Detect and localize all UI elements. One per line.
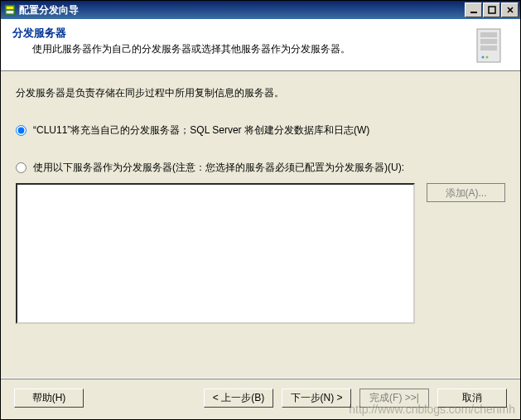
close-button[interactable] [501, 2, 519, 17]
minimize-button[interactable] [465, 2, 482, 17]
svg-rect-8 [480, 32, 497, 37]
header-text: 分发服务器 使用此服务器作为自己的分发服务器或选择其他服务器作为分发服务器。 [12, 26, 462, 56]
svg-rect-1 [7, 7, 14, 10]
page-title: 分发服务器 [12, 26, 462, 41]
option1-label[interactable]: “CLU11”将充当自己的分发服务器；SQL Server 将创建分发数据库和日… [33, 123, 369, 138]
maximize-button[interactable] [483, 2, 500, 17]
back-button[interactable]: < 上一步(B) [204, 389, 273, 408]
server-listbox[interactable] [16, 183, 415, 324]
svg-rect-9 [480, 39, 497, 44]
svg-rect-3 [470, 12, 477, 13]
wizard-window: 配置分发向导 分发服务器 使用此服务器作为自己的分发服务器或选择其他服务器作为分… [0, 0, 521, 420]
window-controls [464, 2, 519, 17]
titlebar: 配置分发向导 [1, 1, 520, 19]
content-area: 分发服务器是负责存储在同步过程中所用复制信息的服务器。 “CLU11”将充当自己… [1, 71, 520, 378]
svg-rect-10 [480, 46, 497, 51]
server-selection-area: 添加(A)... [16, 183, 505, 324]
svg-point-12 [486, 56, 489, 59]
svg-point-11 [482, 56, 485, 59]
add-button[interactable]: 添加(A)... [427, 183, 505, 202]
window-title: 配置分发向导 [19, 3, 464, 17]
app-icon [4, 4, 16, 16]
cancel-button[interactable]: 取消 [437, 389, 507, 408]
button-bar: 帮助(H) < 上一步(B) 下一步(N) > 完成(F) >>| 取消 [1, 378, 520, 419]
finish-button[interactable]: 完成(F) >>| [359, 389, 429, 408]
description-text: 分发服务器是负责存储在同步过程中所用复制信息的服务器。 [16, 86, 505, 100]
server-icon [469, 26, 509, 65]
svg-rect-2 [7, 11, 14, 14]
next-button[interactable]: 下一步(N) > [282, 389, 351, 408]
option-other-distributor[interactable]: 使用以下服务器作为分发服务器(注意：您选择的服务器必须已配置为分发服务器)(U)… [16, 161, 505, 175]
option-self-distributor[interactable]: “CLU11”将充当自己的分发服务器；SQL Server 将创建分发数据库和日… [16, 123, 505, 138]
svg-rect-4 [489, 7, 495, 13]
radio-other-distributor[interactable] [16, 162, 27, 173]
help-button[interactable]: 帮助(H) [14, 389, 84, 408]
option2-label[interactable]: 使用以下服务器作为分发服务器(注意：您选择的服务器必须已配置为分发服务器)(U)… [33, 161, 404, 175]
page-subtitle: 使用此服务器作为自己的分发服务器或选择其他服务器作为分发服务器。 [32, 42, 462, 56]
radio-self-distributor[interactable] [16, 125, 27, 136]
wizard-header: 分发服务器 使用此服务器作为自己的分发服务器或选择其他服务器作为分发服务器。 [1, 19, 520, 71]
